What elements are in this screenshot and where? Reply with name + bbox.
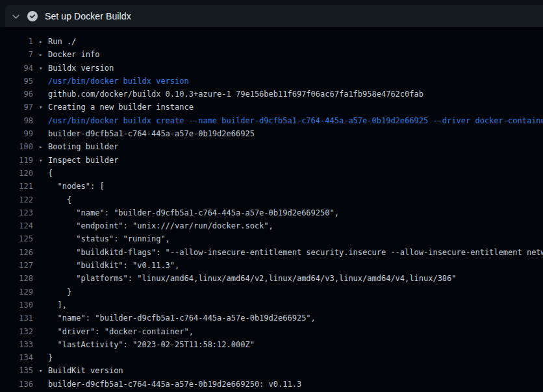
log-line: 7▸Docker info	[0, 48, 543, 61]
log-output-text: {	[39, 167, 53, 180]
log-line: 127 "buildkit": "v0.11.3",	[0, 259, 543, 272]
log-command-text: /usr/bin/docker buildx create --name bui…	[39, 114, 543, 127]
log-output-text: "lastActivity": "2023-02-25T11:58:12.000…	[39, 338, 255, 351]
triangle-right-icon: ▸	[39, 140, 48, 153]
log-line: 131 "name": "builder-d9cfb5a1-c764-445a-…	[0, 312, 543, 325]
log-group-header[interactable]: ▸Docker info	[39, 48, 99, 61]
log-line: 122 {	[0, 193, 543, 206]
step-header[interactable]: Set up Docker Buildx	[5, 5, 543, 27]
line-number[interactable]: 120	[0, 167, 33, 180]
line-number[interactable]: 136	[0, 378, 33, 391]
log-group-label: Buildx version	[48, 64, 114, 73]
line-number[interactable]: 95	[0, 75, 33, 88]
log-group-label: Creating a new builder instance	[48, 103, 194, 112]
line-number[interactable]: 122	[0, 193, 33, 206]
log-output-text: "buildkit": "v0.11.3",	[39, 259, 179, 272]
line-number[interactable]: 94	[0, 62, 33, 75]
log-group-label: Run ./	[48, 37, 76, 46]
check-circle-icon	[27, 11, 38, 21]
log-line: 130 ],	[0, 299, 543, 312]
log-output-text: }	[39, 286, 71, 299]
log-line: 120{	[0, 167, 543, 180]
log-line: 99builder-d9cfb5a1-c764-445a-a57e-0b19d2…	[0, 127, 543, 140]
triangle-down-icon: ▾	[39, 364, 48, 377]
log-line: 121 "nodes": [	[0, 180, 543, 193]
log-output-text: builder-d9cfb5a1-c764-445a-a57e-0b19d2e6…	[39, 378, 301, 391]
line-number[interactable]: 98	[0, 114, 33, 127]
log-line: 123 "name": "builder-d9cfb5a1-c764-445a-…	[0, 206, 543, 219]
line-number[interactable]: 119	[0, 154, 33, 167]
log-line: 136builder-d9cfb5a1-c764-445a-a57e-0b19d…	[0, 378, 543, 391]
line-number[interactable]: 130	[0, 299, 33, 312]
line-number[interactable]: 128	[0, 272, 33, 285]
log-output-text: github.com/docker/buildx 0.10.3+azure-1 …	[39, 88, 423, 101]
log-command-text: /usr/bin/docker buildx version	[39, 75, 189, 88]
log-output-text: "nodes": [	[39, 180, 105, 193]
log-line: 119▾Inspect builder	[0, 154, 543, 167]
triangle-right-icon: ▸	[39, 35, 48, 48]
log-output-text: {	[39, 193, 71, 206]
line-number[interactable]: 100	[0, 140, 33, 153]
log-line: 135▾BuildKit version	[0, 364, 543, 377]
line-number[interactable]: 131	[0, 312, 33, 325]
log-viewer: 1▸Run ./7▸Docker info94▾Buildx version95…	[0, 27, 543, 391]
chevron-down-icon[interactable]	[12, 12, 20, 21]
line-number[interactable]: 129	[0, 286, 33, 299]
line-number[interactable]: 125	[0, 232, 33, 245]
log-group-header[interactable]: ▸Run ./	[39, 35, 76, 48]
log-output-text: "endpoint": "unix:///var/run/docker.sock…	[39, 219, 273, 232]
log-line: 94▾Buildx version	[0, 62, 543, 75]
header-band: Set up Docker Buildx	[0, 0, 543, 27]
log-group-header[interactable]: ▸Booting builder	[39, 140, 118, 153]
line-number[interactable]: 126	[0, 246, 33, 259]
log-group-header[interactable]: ▾BuildKit version	[39, 364, 123, 377]
log-group-header[interactable]: ▾Buildx version	[39, 62, 114, 75]
log-line: 1▸Run ./	[0, 35, 543, 48]
line-number[interactable]: 135	[0, 364, 33, 377]
log-line: 98/usr/bin/docker buildx create --name b…	[0, 114, 543, 127]
log-output-text: "buildkitd-flags": "--allow-insecure-ent…	[39, 246, 543, 259]
step-title: Set up Docker Buildx	[45, 11, 131, 21]
log-line: 134}	[0, 351, 543, 364]
log-line: 133 "lastActivity": "2023-02-25T11:58:12…	[0, 338, 543, 351]
line-number[interactable]: 97	[0, 101, 33, 114]
log-output-text: ],	[39, 299, 67, 312]
log-group-header[interactable]: ▾Inspect builder	[39, 154, 118, 167]
triangle-down-icon: ▾	[39, 62, 48, 75]
log-output-text: "name": "builder-d9cfb5a1-c764-445a-a57e…	[39, 206, 339, 219]
line-number[interactable]: 132	[0, 325, 33, 338]
log-group-label: Booting builder	[48, 142, 118, 151]
log-output-text: "driver": "docker-container",	[39, 325, 194, 338]
log-lines: 1▸Run ./7▸Docker info94▾Buildx version95…	[0, 35, 543, 391]
log-line: 128 "platforms": "linux/amd64,linux/amd6…	[0, 272, 543, 285]
log-output-text: builder-d9cfb5a1-c764-445a-a57e-0b19d2e6…	[39, 127, 255, 140]
line-number[interactable]: 124	[0, 219, 33, 232]
line-number[interactable]: 7	[0, 48, 33, 61]
log-line: 126 "buildkitd-flags": "--allow-insecure…	[0, 246, 543, 259]
log-line: 124 "endpoint": "unix:///var/run/docker.…	[0, 219, 543, 232]
log-line: 132 "driver": "docker-container",	[0, 325, 543, 338]
log-output-text: }	[39, 351, 53, 364]
log-group-label: Inspect builder	[48, 156, 118, 165]
line-number[interactable]: 1	[0, 35, 33, 48]
line-number[interactable]: 99	[0, 127, 33, 140]
log-output-text: "name": "builder-d9cfb5a1-c764-445a-a57e…	[39, 312, 316, 325]
log-group-label: Docker info	[48, 50, 99, 59]
log-line: 96github.com/docker/buildx 0.10.3+azure-…	[0, 88, 543, 101]
line-number[interactable]: 96	[0, 88, 33, 101]
triangle-down-icon: ▾	[39, 101, 48, 114]
triangle-right-icon: ▸	[39, 48, 48, 61]
triangle-down-icon: ▾	[39, 154, 48, 167]
log-line: 95/usr/bin/docker buildx version	[0, 75, 543, 88]
line-number[interactable]: 134	[0, 351, 33, 364]
log-group-header[interactable]: ▾Creating a new builder instance	[39, 101, 194, 114]
line-number[interactable]: 127	[0, 259, 33, 272]
line-number[interactable]: 133	[0, 338, 33, 351]
log-output-text: "status": "running",	[39, 232, 170, 245]
log-group-label: BuildKit version	[48, 366, 123, 375]
line-number[interactable]: 121	[0, 180, 33, 193]
log-line: 129 }	[0, 286, 543, 299]
line-number[interactable]: 123	[0, 206, 33, 219]
log-line: 125 "status": "running",	[0, 232, 543, 245]
log-line: 100▸Booting builder	[0, 140, 543, 153]
